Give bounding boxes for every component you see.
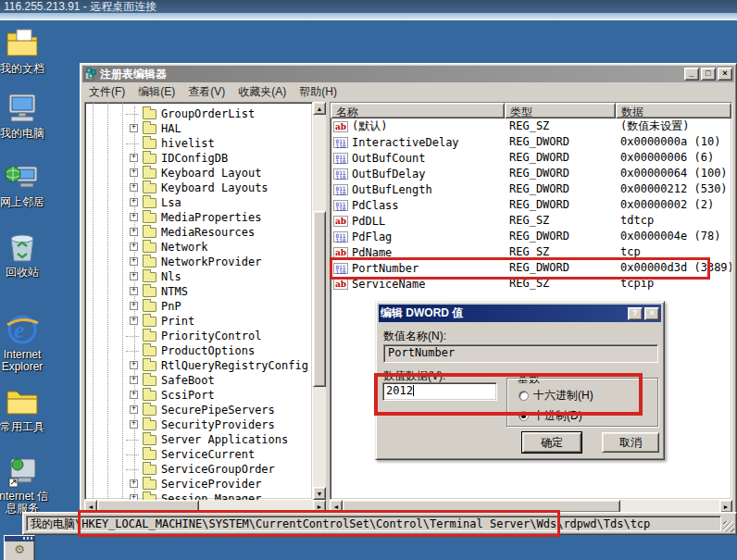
expand-plus-icon[interactable]: + (130, 479, 138, 488)
expand-plus-icon[interactable]: + (130, 287, 138, 295)
tree-item[interactable]: +Keyboard Layout (85, 166, 312, 180)
menu-item[interactable]: 文件(F) (82, 82, 131, 102)
remote-desktop-bar-gradient (0, 13, 737, 19)
column-header-type[interactable]: 类型 (505, 103, 616, 118)
tree-item[interactable]: ProductOptions (85, 343, 312, 358)
value-type: REG_DWORD (505, 229, 616, 244)
tree-items: GroupOrderList+HALhivelist+IDConfigDB+Ke… (85, 106, 312, 506)
reg-dword-icon: 011110 (333, 137, 348, 148)
tree-item[interactable]: +NetworkProvider (85, 255, 312, 269)
minimized-window[interactable]: ⚙ (4, 535, 35, 560)
expand-plus-icon[interactable]: + (130, 243, 138, 251)
column-header-data[interactable]: 数据 (616, 103, 731, 118)
tree-item[interactable]: GroupOrderList (85, 106, 312, 121)
expand-plus-icon[interactable]: + (130, 183, 138, 192)
expand-plus-icon[interactable]: + (130, 272, 138, 280)
expand-plus-icon[interactable]: + (130, 317, 138, 325)
desktop-icon[interactable]: 回收站 (0, 230, 52, 279)
expand-plus-icon[interactable]: + (130, 302, 138, 310)
tree-item[interactable]: +NTMS (85, 284, 312, 299)
desktop-icon[interactable]: 网上邻居 (0, 159, 52, 208)
tree-item[interactable]: hivelist (85, 136, 312, 151)
help-icon[interactable]: ? (628, 307, 643, 320)
tree-item[interactable]: +RtlQueryRegistryConfig (85, 358, 312, 373)
tree-item[interactable]: +Keyboard Layouts (85, 180, 312, 195)
tree-item[interactable]: +PnP (85, 299, 312, 314)
expand-plus-icon[interactable]: + (130, 361, 138, 369)
value-data: 0x00000002 (2) (616, 197, 731, 213)
desktop-icon[interactable]: Internet 信 息服务 (0, 454, 52, 515)
value-type: REG_DWORD (505, 134, 616, 150)
tree-item-label: NetworkProvider (161, 255, 261, 268)
desktop-icon[interactable]: 我的文档 (0, 26, 52, 75)
scroll-up-icon[interactable]: ▲ (313, 102, 326, 115)
value-data: 0x00000006 (6) (616, 150, 731, 166)
tree-connector (126, 336, 139, 337)
registry-value-row[interactable]: abPdDLLREG_SZtdtcp (331, 213, 731, 229)
tree-item[interactable]: +ScsiPort (85, 388, 312, 403)
tree-item[interactable]: ServiceCurrent (85, 447, 312, 462)
tree-item[interactable]: +Print (85, 314, 312, 329)
tree-item[interactable]: +IDConfigDB (85, 151, 312, 166)
expand-plus-icon[interactable]: + (130, 228, 138, 236)
registry-value-row[interactable]: 011110PdClassREG_DWORD0x00000002 (2) (331, 197, 731, 213)
desktop-icon[interactable]: 常用工具 (0, 384, 52, 433)
tree-item[interactable]: ServiceGroupOrder (85, 462, 312, 477)
registry-value-row[interactable]: ab(默认)REG_SZ(数值未设置) (331, 118, 731, 134)
expand-plus-icon[interactable]: + (130, 257, 138, 266)
value-data: 0x00000212 (530) (616, 181, 731, 197)
registry-value-row[interactable]: 011110PdFlagREG_DWORD0x0000004e (78) (331, 229, 731, 244)
menu-item[interactable]: 编辑(E) (131, 82, 181, 102)
expand-plus-icon[interactable]: + (130, 391, 138, 399)
tree-item[interactable]: PriorityControl (85, 329, 312, 343)
close-icon[interactable]: × (644, 307, 659, 320)
tree-item[interactable]: +SafeBoot (85, 373, 312, 388)
expand-plus-icon[interactable]: + (130, 168, 138, 177)
tree-item[interactable]: +Network (85, 240, 312, 255)
tree-item-label: PnP (161, 300, 181, 313)
tree-vertical-scrollbar[interactable]: ▲ ▼ (313, 102, 326, 500)
scroll-down-icon[interactable]: ▼ (313, 487, 326, 500)
tree-item[interactable]: +ServiceProvider (85, 477, 312, 492)
menu-item[interactable]: 帮助(H) (293, 82, 344, 102)
tree-item[interactable]: +SecurityProviders (85, 417, 312, 432)
tree-item[interactable]: +Lsa (85, 195, 312, 210)
tree-vscroll-thumb[interactable] (313, 211, 326, 387)
tree-item[interactable]: +MediaResources (85, 225, 312, 240)
scroll-right-icon[interactable]: ► (719, 500, 732, 513)
maximize-button[interactable]: □ (701, 68, 716, 81)
expand-plus-icon[interactable]: + (130, 154, 138, 162)
menu-item[interactable]: 收藏夹(A) (231, 82, 293, 102)
cancel-button[interactable]: 取消 (602, 432, 659, 453)
tree-item[interactable]: +MediaProperties (85, 210, 312, 225)
close-button[interactable]: × (718, 68, 732, 81)
desktop-icon[interactable]: eInternet Explorer (0, 312, 52, 373)
tree-item[interactable]: +SecurePipeServers (85, 403, 312, 417)
dialog-titlebar[interactable]: 编辑 DWORD 值 ? × (379, 305, 661, 322)
menu-item[interactable]: 查看(V) (181, 82, 231, 102)
ok-button[interactable]: 确定 (522, 432, 581, 453)
expand-plus-icon[interactable]: + (130, 213, 138, 221)
tree-item[interactable]: +HAL (85, 121, 312, 136)
folder-icon (143, 317, 156, 327)
registry-editor-titlebar[interactable]: 注册表编辑器 _ □ × (82, 66, 734, 82)
tree-item-label: MediaResources (161, 226, 255, 239)
expand-plus-icon[interactable]: + (130, 198, 138, 206)
column-header-name[interactable]: 名称 (331, 103, 505, 118)
expand-plus-icon[interactable]: + (130, 376, 138, 384)
expand-plus-icon[interactable]: + (130, 124, 138, 132)
folder-icon (143, 154, 156, 164)
registry-value-row[interactable]: 011110OutBufLengthREG_DWORD0x00000212 (5… (331, 181, 731, 197)
registry-tree-pane[interactable]: GroupOrderList+HALhivelist+IDConfigDB+Ke… (84, 102, 313, 500)
resize-grip[interactable] (723, 521, 734, 532)
registry-value-row[interactable]: 011110InteractiveDelayREG_DWORD0x0000000… (331, 134, 731, 150)
minimize-button[interactable]: _ (684, 68, 699, 81)
tree-item-label: RtlQueryRegistryConfig (161, 359, 308, 372)
registry-value-row[interactable]: 011110OutBufDelayREG_DWORD0x00000064 (10… (331, 166, 731, 181)
tree-item[interactable]: Server Applications (85, 432, 312, 447)
registry-value-row[interactable]: 011110OutBufCountREG_DWORD0x00000006 (6) (331, 150, 731, 166)
desktop-icon[interactable]: 我的电脑 (0, 91, 52, 140)
tree-item[interactable]: +Nls (85, 269, 312, 284)
expand-plus-icon[interactable]: + (130, 405, 138, 414)
expand-plus-icon[interactable]: + (130, 420, 138, 429)
